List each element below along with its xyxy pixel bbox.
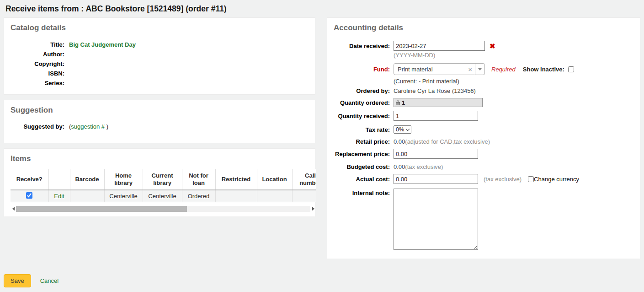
internal-note-label: Internal note: bbox=[334, 189, 390, 196]
left-column: Catalog details Title: Big Cat Judgement… bbox=[4, 17, 315, 222]
quantity-received-input[interactable] bbox=[394, 111, 478, 121]
scroll-right-arrow-icon[interactable] bbox=[310, 205, 316, 212]
col-current-library: Current library bbox=[143, 169, 182, 190]
fund-row: Fund: Print material × Required Show ina… bbox=[334, 63, 633, 75]
accounting-details-section: Accounting details Date received: ✖ (YYY… bbox=[327, 17, 640, 259]
budgeted-cost-row: Budgeted cost: 0.00(tax exclusive) bbox=[334, 163, 633, 170]
accounting-details-heading: Accounting details bbox=[334, 23, 633, 32]
internal-note-textarea[interactable] bbox=[394, 189, 478, 250]
replacement-price-label: Replacement price: bbox=[334, 151, 390, 157]
date-received-label: Date received: bbox=[334, 43, 390, 49]
suggestion-heading: Suggestion bbox=[11, 106, 309, 115]
actual-cost-row: Actual cost: (tax exclusive) Change curr… bbox=[334, 174, 633, 184]
scrollbar-track[interactable] bbox=[16, 206, 310, 212]
chevron-down-icon bbox=[406, 127, 410, 130]
replacement-price-input[interactable] bbox=[394, 149, 478, 159]
quantity-ordered-field: 1 bbox=[394, 98, 483, 107]
item-row: Edit Centerville Centerville Ordered bbox=[11, 190, 316, 202]
catalog-details-fields: Title: Big Cat Judgement Day Author: Cop… bbox=[11, 40, 309, 88]
col-actions bbox=[48, 169, 70, 190]
fund-select[interactable]: Print material × bbox=[394, 63, 485, 75]
right-column: Accounting details Date received: ✖ (YYY… bbox=[327, 17, 640, 264]
actual-cost-label: Actual cost: bbox=[334, 176, 390, 183]
actual-cost-input[interactable] bbox=[394, 174, 478, 184]
fund-dropdown-arrow-icon[interactable] bbox=[475, 64, 484, 75]
field-title: Title: Big Cat Judgement Day bbox=[11, 40, 309, 49]
cancel-link[interactable]: Cancel bbox=[40, 277, 59, 284]
ordered-by-label: Ordered by: bbox=[334, 87, 390, 94]
quantity-ordered-row: Quantity ordered: 1 bbox=[334, 98, 633, 107]
restricted-cell bbox=[215, 190, 257, 202]
title-link[interactable]: Big Cat Judgement Day bbox=[69, 41, 136, 48]
change-currency-checkbox[interactable] bbox=[528, 176, 534, 182]
scroll-left-arrow-icon[interactable] bbox=[11, 205, 16, 212]
quantity-received-row: Quantity received: bbox=[334, 111, 633, 121]
tax-rate-select[interactable]: 0% bbox=[394, 125, 411, 134]
items-table-viewport: Receive? Barcode Home library Current li… bbox=[11, 169, 316, 202]
field-author: Author: bbox=[11, 49, 309, 59]
date-format-hint: (YYYY-MM-DD) bbox=[394, 52, 435, 59]
current-library-cell: Centerville bbox=[143, 190, 182, 202]
clear-date-icon[interactable]: ✖ bbox=[490, 43, 495, 49]
fund-current-note: (Current: - Print material) bbox=[394, 78, 459, 85]
col-home-library: Home library bbox=[104, 169, 143, 190]
items-header-row: Receive? Barcode Home library Current li… bbox=[11, 169, 316, 190]
date-format-hint-row: (YYYY-MM-DD) bbox=[334, 52, 633, 59]
field-copyright: Copyright: bbox=[11, 59, 309, 69]
suggested-by-row: Suggested by: (suggestion # ) bbox=[11, 122, 309, 131]
lock-icon bbox=[396, 100, 400, 105]
quantity-ordered-value: 1 bbox=[402, 99, 405, 106]
scrollbar-thumb[interactable] bbox=[16, 206, 187, 212]
accounting-form: Date received: ✖ (YYYY-MM-DD) Fund: Pr bbox=[334, 41, 633, 250]
location-cell bbox=[257, 190, 292, 202]
fund-clear-icon[interactable]: × bbox=[465, 65, 475, 73]
receive-checkbox[interactable] bbox=[26, 192, 32, 199]
action-bar: Save Cancel bbox=[4, 274, 644, 287]
col-call-number: Call number bbox=[292, 169, 316, 190]
suggested-by-label: Suggested by: bbox=[11, 122, 64, 131]
suggestion-number-link[interactable]: suggestion # bbox=[71, 123, 105, 130]
col-not-for-loan: Not for loan bbox=[182, 169, 215, 190]
save-button[interactable]: Save bbox=[4, 274, 31, 287]
horizontal-scrollbar[interactable] bbox=[11, 205, 316, 212]
ordered-by-value: Caroline Cyr La Rose (123456) bbox=[394, 87, 476, 94]
catalog-details-heading: Catalog details bbox=[11, 23, 309, 32]
edit-item-link[interactable]: Edit bbox=[54, 193, 64, 200]
col-receive: Receive? bbox=[11, 169, 48, 190]
field-series: Series: bbox=[11, 78, 309, 88]
tax-rate-label: Tax rate: bbox=[334, 126, 390, 133]
date-received-input[interactable] bbox=[394, 41, 485, 51]
quantity-ordered-label: Quantity ordered: bbox=[334, 99, 390, 106]
author-label: Author: bbox=[11, 49, 64, 59]
main-content: Catalog details Title: Big Cat Judgement… bbox=[0, 17, 644, 264]
retail-price-label: Retail price: bbox=[334, 138, 390, 145]
ordered-by-row: Ordered by: Caroline Cyr La Rose (123456… bbox=[334, 87, 633, 94]
fund-current-row: (Current: - Print material) bbox=[334, 78, 633, 85]
call-number-cell bbox=[292, 190, 316, 202]
page-title: Receive items from : ABC Bookstore [1521… bbox=[5, 4, 639, 14]
copyright-label: Copyright: bbox=[11, 59, 64, 69]
barcode-cell bbox=[70, 190, 104, 202]
retail-price-value: 0.00 bbox=[394, 138, 405, 145]
change-currency-label: Change currency bbox=[534, 176, 579, 183]
date-received-row: Date received: ✖ bbox=[334, 41, 633, 51]
col-barcode: Barcode bbox=[70, 169, 104, 190]
catalog-details-section: Catalog details Title: Big Cat Judgement… bbox=[4, 17, 315, 95]
home-library-cell: Centerville bbox=[104, 190, 143, 202]
page-header: Receive items from : ABC Bookstore [1521… bbox=[0, 0, 644, 17]
fund-required-note: Required bbox=[491, 66, 516, 73]
close-paren: ) bbox=[106, 123, 108, 130]
actual-cost-note: (tax exclusive) bbox=[484, 176, 522, 183]
fund-selected-value: Print material bbox=[394, 66, 465, 73]
retail-price-row: Retail price: 0.00(adjusted for CAD,tax … bbox=[334, 138, 633, 145]
fund-label: Fund: bbox=[334, 66, 390, 73]
items-section: Items Receive? Barcode Home l bbox=[4, 148, 315, 217]
isbn-label: ISBN: bbox=[11, 69, 64, 78]
show-inactive-checkbox[interactable] bbox=[568, 66, 574, 72]
tax-rate-row: Tax rate: 0% bbox=[334, 125, 633, 134]
title-label: Title: bbox=[11, 40, 64, 49]
budgeted-cost-label: Budgeted cost: bbox=[334, 163, 390, 170]
not-for-loan-cell: Ordered bbox=[182, 190, 215, 202]
show-inactive-label: Show inactive: bbox=[523, 66, 564, 73]
retail-price-note: (adjusted for CAD,tax exclusive) bbox=[405, 138, 490, 145]
